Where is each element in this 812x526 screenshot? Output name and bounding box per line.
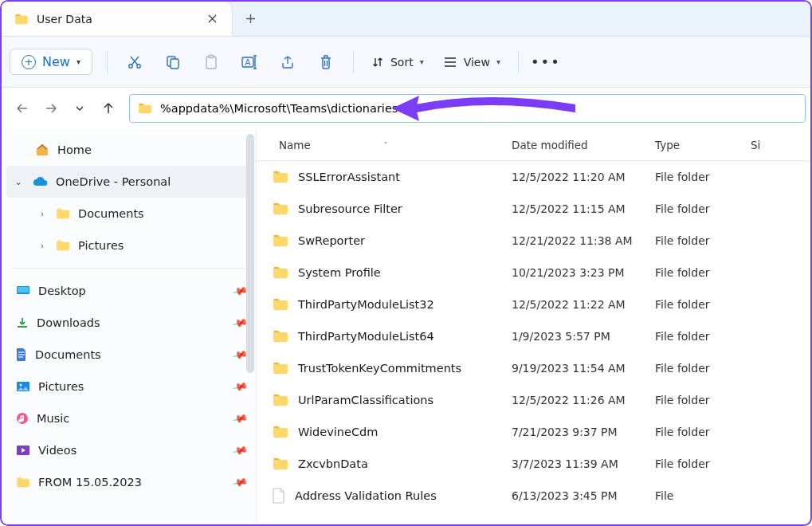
desktop-icon <box>16 285 30 296</box>
file-date: 12/5/2022 11:15 AM <box>512 202 655 215</box>
file-name: ZxcvbnData <box>298 457 368 470</box>
file-icon <box>273 488 285 504</box>
sidebar-item-onedrive-documents[interactable]: › Documents <box>2 198 256 230</box>
file-type: File <box>655 489 751 502</box>
rename-icon: A <box>241 54 258 70</box>
file-row[interactable]: ZxcvbnData3/7/2023 11:39 AMFile folder <box>257 448 810 480</box>
svg-point-0 <box>129 64 132 67</box>
sidebar-item-from-folder[interactable]: FROM 15.05.2023 📌 <box>2 466 256 498</box>
sidebar-item-home[interactable]: Home <box>2 134 256 166</box>
svg-rect-9 <box>18 287 29 292</box>
sort-icon <box>371 56 384 69</box>
copy-icon <box>165 54 181 70</box>
music-icon <box>16 412 29 425</box>
sort-label: Sort <box>390 56 414 69</box>
column-header-name[interactable]: Name ˄ <box>257 139 512 151</box>
folder-icon <box>273 234 288 247</box>
chevron-down-icon <box>75 104 84 113</box>
cloud-icon <box>32 176 48 187</box>
file-date: 7/21/2023 9:37 PM <box>512 426 655 438</box>
file-type: File folder <box>655 330 751 343</box>
sidebar-item-videos[interactable]: Videos 📌 <box>2 434 256 466</box>
forward-button[interactable] <box>38 96 64 121</box>
file-row[interactable]: TrustTokenKeyCommitments9/19/2023 11:54 … <box>257 352 810 384</box>
chevron-right-icon[interactable]: › <box>37 241 48 251</box>
sidebar-item-onedrive-pictures[interactable]: › Pictures <box>2 230 256 261</box>
new-button[interactable]: + New ▾ <box>10 49 92 75</box>
address-input[interactable] <box>160 102 797 115</box>
toolbar-separator <box>353 51 354 73</box>
svg-rect-4 <box>206 57 216 69</box>
file-row[interactable]: ThirdPartyModuleList641/9/2023 5:57 PMFi… <box>257 320 810 352</box>
sidebar-scrollbar[interactable] <box>246 134 254 373</box>
sidebar-item-desktop[interactable]: Desktop 📌 <box>2 275 256 307</box>
file-date: 12/5/2022 11:20 AM <box>512 171 655 183</box>
file-row[interactable]: System Profile10/21/2023 3:23 PMFile fol… <box>257 257 810 289</box>
file-name: TrustTokenKeyCommitments <box>298 362 461 375</box>
folder-icon <box>273 298 288 311</box>
rename-button[interactable]: A <box>232 46 267 78</box>
clipboard-icon <box>203 54 219 70</box>
sort-button[interactable]: Sort ▾ <box>363 56 432 69</box>
sidebar-item-documents[interactable]: Documents 📌 <box>2 339 256 371</box>
trash-icon <box>319 54 333 70</box>
delete-button[interactable] <box>308 46 343 78</box>
copy-button[interactable] <box>155 46 190 78</box>
sidebar-label: Home <box>57 143 92 156</box>
sidebar-label: FROM 15.05.2023 <box>38 476 142 489</box>
window-tab[interactable]: User Data <box>2 2 233 36</box>
file-name: SwReporter <box>298 234 365 247</box>
chevron-down-icon: ▾ <box>420 57 424 66</box>
cut-button[interactable] <box>117 46 152 78</box>
file-type: File folder <box>655 171 751 183</box>
share-icon <box>280 54 296 70</box>
file-row[interactable]: ThirdPartyModuleList3212/5/2022 11:22 AM… <box>257 289 810 320</box>
file-row[interactable]: SwReporter12/21/2022 11:38 AMFile folder <box>257 225 810 257</box>
address-bar[interactable] <box>129 94 806 123</box>
file-row[interactable]: Address Validation Rules6/13/2023 3:45 P… <box>257 480 810 512</box>
svg-point-12 <box>17 413 28 424</box>
sidebar-item-pictures[interactable]: Pictures 📌 <box>2 371 256 402</box>
new-tab-button[interactable] <box>233 2 268 36</box>
recent-locations-button[interactable] <box>67 96 92 121</box>
file-name: ThirdPartyModuleList64 <box>298 330 434 343</box>
file-type: File folder <box>655 426 751 438</box>
chevron-down-icon[interactable]: ⌄ <box>13 177 24 187</box>
file-row[interactable]: WidevineCdm7/21/2023 9:37 PMFile folder <box>257 416 810 448</box>
back-button[interactable] <box>10 96 35 121</box>
sidebar-label: OneDrive - Personal <box>56 175 171 188</box>
folder-icon <box>56 240 70 251</box>
sidebar-item-onedrive[interactable]: ⌄ OneDrive - Personal <box>6 166 251 198</box>
folder-icon <box>273 362 288 375</box>
column-header-size[interactable]: Si <box>751 139 810 151</box>
svg-text:A: A <box>245 58 251 67</box>
file-type: File folder <box>655 202 751 215</box>
file-row[interactable]: UrlParamClassifications12/5/2022 11:26 A… <box>257 384 810 416</box>
file-date: 1/9/2023 5:57 PM <box>512 330 655 343</box>
file-date: 12/5/2022 11:22 AM <box>512 298 655 311</box>
paste-button[interactable] <box>194 46 229 78</box>
file-name: Subresource Filter <box>298 202 402 215</box>
sidebar-label: Pictures <box>78 239 124 252</box>
address-row <box>2 88 810 129</box>
more-button[interactable]: ••• <box>528 46 563 78</box>
arrow-left-icon <box>16 102 29 115</box>
file-name: WidevineCdm <box>298 426 378 438</box>
view-button[interactable]: View ▾ <box>435 56 508 69</box>
file-row[interactable]: Subresource Filter12/5/2022 11:15 AMFile… <box>257 193 810 225</box>
sidebar-item-downloads[interactable]: Downloads 📌 <box>2 307 256 339</box>
column-header-type[interactable]: Type <box>655 139 751 151</box>
pin-icon: 📌 <box>231 410 248 427</box>
file-name: SSLErrorAssistant <box>298 171 400 183</box>
folder-icon <box>56 208 70 219</box>
document-icon <box>16 347 27 362</box>
share-button[interactable] <box>270 46 305 78</box>
up-button[interactable] <box>96 96 121 121</box>
column-header-date[interactable]: Date modified <box>512 139 655 151</box>
sidebar-item-music[interactable]: Music 📌 <box>2 402 256 434</box>
sidebar-label: Pictures <box>38 380 84 393</box>
file-row[interactable]: SSLErrorAssistant12/5/2022 11:20 AMFile … <box>257 161 810 193</box>
chevron-right-icon[interactable]: › <box>37 209 48 219</box>
file-name: System Profile <box>298 266 381 279</box>
close-tab-button[interactable] <box>203 10 221 28</box>
